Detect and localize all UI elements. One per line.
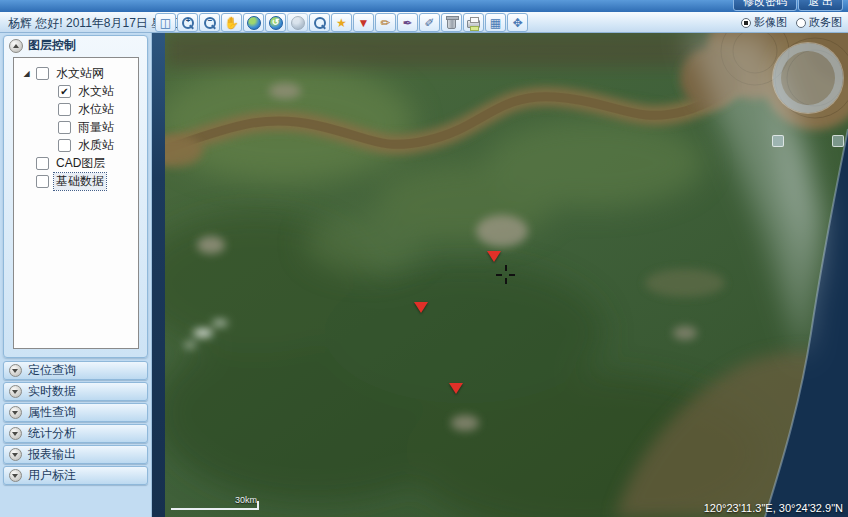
draw-annotation-icon: ✒	[402, 17, 412, 29]
tree-item-water-quality-station[interactable]: 水质站	[14, 136, 138, 154]
panel-attribute-query[interactable]: 属性查询	[3, 403, 148, 422]
tree-item-cad-layer[interactable]: CAD图层	[14, 154, 138, 172]
tree-item-hydro-station[interactable]: ✔水文站	[14, 82, 138, 100]
next-view-icon	[291, 16, 305, 30]
tree-label: CAD图层	[54, 155, 107, 172]
panel-realtime-data[interactable]: 实时数据	[3, 382, 148, 401]
delete-button[interactable]	[441, 13, 462, 32]
add-marker-icon: ★	[336, 17, 347, 29]
draw-annotation-button[interactable]: ✒	[397, 13, 418, 32]
accordion: 定位查询实时数据属性查询统计分析报表输出用户标注	[3, 361, 148, 485]
pan-button[interactable]: ✋	[221, 13, 242, 32]
overview-window-button[interactable]: ▦	[485, 13, 506, 32]
chevron-down-icon	[9, 406, 22, 419]
logout-button[interactable]: 退 出	[798, 0, 843, 11]
station-marker-3[interactable]	[449, 383, 463, 394]
edit-annotation-button[interactable]: ✏	[375, 13, 396, 32]
change-password-button[interactable]: 修改密码	[733, 0, 797, 11]
full-extent-button[interactable]	[243, 13, 264, 32]
chevron-up-icon	[13, 44, 19, 48]
panel-label: 统计分析	[28, 425, 76, 442]
tree-label: 水位站	[76, 101, 116, 118]
chevron-down-icon	[9, 364, 22, 377]
magnifier-handle	[211, 25, 216, 30]
chevron-down-icon	[9, 448, 22, 461]
crosshair-cursor	[496, 265, 515, 284]
map-type-imagery[interactable]: 影像图	[741, 15, 787, 30]
checkbox-hydro-network[interactable]	[36, 67, 49, 80]
color-picker-button[interactable]: ✐	[419, 13, 440, 32]
magnifier-handle	[189, 25, 194, 30]
panel-label: 定位查询	[28, 362, 76, 379]
panel-label: 实时数据	[28, 383, 76, 400]
tree-label: 雨量站	[76, 119, 116, 136]
radio-icon	[796, 18, 806, 28]
layer-tree: ◢水文站网✔水文站水位站雨量站水质站CAD图层基础数据	[13, 57, 139, 349]
radio-label: 影像图	[754, 15, 787, 30]
sidebar: 图层控制 ◢水文站网✔水文站水位站雨量站水质站CAD图层基础数据 定位查询实时数…	[0, 33, 152, 517]
map-view[interactable]: 30km 120°23'11.3"E, 30°24'32.9"N	[165, 33, 848, 517]
zoom-in-icon	[181, 16, 194, 29]
print-button[interactable]	[463, 13, 484, 32]
panel-label: 属性查询	[28, 404, 76, 421]
tree-label: 水文站网	[54, 65, 106, 82]
panel-statistics[interactable]: 统计分析	[3, 424, 148, 443]
checkbox-cad-layer[interactable]	[36, 157, 49, 170]
identify-icon	[313, 16, 326, 29]
remove-marker-button[interactable]: ▼	[353, 13, 374, 32]
tree-label: 水文站	[76, 83, 116, 100]
zoom-in-button[interactable]	[177, 13, 198, 32]
layer-panel-title: 图层控制	[28, 37, 76, 54]
nav-button-left[interactable]	[772, 135, 784, 147]
panel-report-output[interactable]: 报表输出	[3, 445, 148, 464]
checkbox-water-level-station[interactable]	[58, 103, 71, 116]
tree-item-basic-data[interactable]: 基础数据	[14, 172, 138, 190]
tree-item-water-level-station[interactable]: 水位站	[14, 100, 138, 118]
expander-icon[interactable]: ◢	[22, 69, 31, 78]
tree-item-rain-station[interactable]: 雨量站	[14, 118, 138, 136]
station-marker-2[interactable]	[414, 302, 428, 313]
sidebar-toggle-button[interactable]: ◫	[155, 13, 176, 32]
tree-item-hydro-network[interactable]: ◢水文站网	[14, 64, 138, 82]
layer-panel-header[interactable]: 图层控制	[4, 36, 147, 55]
nav-button-right[interactable]	[832, 135, 844, 147]
scale-bar: 30km	[171, 496, 259, 510]
map-navigation-control[interactable]	[770, 43, 846, 149]
identify-button[interactable]	[309, 13, 330, 32]
scale-label: 30km	[235, 495, 257, 505]
zoom-out-button[interactable]	[199, 13, 220, 32]
checkbox-basic-data[interactable]	[36, 175, 49, 188]
checkbox-hydro-station[interactable]: ✔	[58, 85, 71, 98]
compass-ring[interactable]	[773, 43, 843, 113]
panel-user-annotation[interactable]: 用户标注	[3, 466, 148, 485]
remove-marker-icon: ▼	[358, 17, 370, 29]
sidebar-toggle-icon: ◫	[160, 17, 171, 29]
edit-annotation-icon: ✏	[380, 17, 390, 29]
radio-icon	[741, 18, 751, 28]
color-picker-icon: ✐	[424, 17, 434, 29]
sidebar-splitter[interactable]	[152, 33, 165, 517]
overview-window-icon: ▦	[490, 17, 501, 29]
panel-label: 报表输出	[28, 446, 76, 463]
chevron-down-icon	[9, 427, 22, 440]
station-marker-1[interactable]	[487, 251, 501, 262]
panel-location-query[interactable]: 定位查询	[3, 361, 148, 380]
cursor-coordinates: 120°23'11.3"E, 30°24'32.9"N	[704, 502, 843, 514]
map-type-switch: 影像图政务图	[741, 15, 842, 30]
radio-label: 政务图	[809, 15, 842, 30]
toolbar: ◫✋★▼✏✒✐▦✥	[155, 12, 528, 33]
print-icon	[467, 20, 480, 28]
collapse-panel-button[interactable]	[9, 39, 23, 53]
map-type-admin[interactable]: 政务图	[796, 15, 842, 30]
layer-control-panel: 图层控制 ◢水文站网✔水文站水位站雨量站水质站CAD图层基础数据	[3, 35, 148, 358]
checkbox-water-quality-station[interactable]	[58, 139, 71, 152]
zoom-out-icon	[203, 16, 216, 29]
add-marker-button[interactable]: ★	[331, 13, 352, 32]
recenter-button[interactable]: ✥	[507, 13, 528, 32]
previous-view-button[interactable]	[265, 13, 286, 32]
panel-label: 用户标注	[28, 467, 76, 484]
next-view-button[interactable]	[287, 13, 308, 32]
chevron-down-icon	[9, 469, 22, 482]
checkbox-rain-station[interactable]	[58, 121, 71, 134]
recenter-icon: ✥	[512, 17, 522, 29]
